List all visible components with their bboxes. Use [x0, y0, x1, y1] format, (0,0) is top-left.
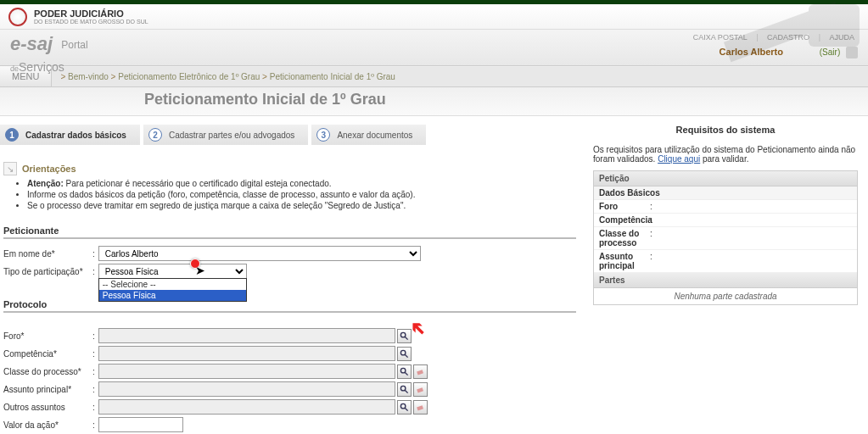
- select-em-nome[interactable]: Carlos Alberto: [98, 246, 421, 261]
- eraser-icon: [416, 385, 425, 394]
- label-tipo-part: Tipo de participação*: [3, 267, 92, 276]
- search-competencia-button[interactable]: [397, 347, 412, 361]
- svg-line-5: [405, 372, 407, 375]
- panel-partes-empty: Nenhuma parte cadastrada: [594, 288, 857, 304]
- dropdown-tipo-participacao[interactable]: -- Selecione -- Pessoa Física: [98, 278, 247, 302]
- step-3[interactable]: 3Anexar documentos: [311, 125, 426, 145]
- dropdown-option-pessoa-fisica[interactable]: Pessoa Física: [99, 290, 246, 301]
- select-tipo-participacao[interactable]: Pessoa Física: [98, 264, 247, 279]
- svg-point-4: [400, 368, 406, 373]
- svg-rect-12: [417, 405, 423, 410]
- org-subtitle: DO ESTADO DE MATO GROSSO DO SUL: [34, 19, 148, 25]
- crumb-1[interactable]: Peticionamento Eletrônico de 1º Grau: [118, 72, 260, 81]
- label-competencia: Competência*: [3, 349, 92, 359]
- svg-point-0: [400, 332, 406, 337]
- orient-list: Atenção: Para peticionar é necessário qu…: [3, 175, 576, 215]
- search-icon: [400, 367, 409, 376]
- label-valor: Valor da ação*: [3, 420, 92, 430]
- crest-icon: [8, 8, 27, 26]
- side-title: Requisitos do sistema: [593, 125, 858, 135]
- step-1[interactable]: 1Cadastrar dados básicos: [0, 125, 140, 145]
- clear-assunto-button[interactable]: [413, 382, 428, 397]
- label-assunto: Assunto principal*: [3, 385, 92, 394]
- gavel-background-icon: [715, 0, 868, 72]
- input-foro[interactable]: [98, 328, 395, 343]
- input-competencia[interactable]: [98, 346, 395, 361]
- org-title: PODER JUDICIÁRIO: [34, 8, 124, 19]
- label-em-nome: Em nome de*: [3, 249, 92, 259]
- search-icon: [400, 385, 409, 394]
- search-outros-button[interactable]: [397, 400, 412, 415]
- clear-outros-button[interactable]: [413, 400, 428, 415]
- label-foro: Foro*: [3, 331, 92, 341]
- input-valor[interactable]: [98, 417, 183, 432]
- svg-line-3: [405, 354, 407, 357]
- input-assunto[interactable]: [98, 381, 395, 397]
- link-clique-aqui[interactable]: Clique aqui: [658, 154, 700, 164]
- search-foro-button[interactable]: [397, 329, 412, 343]
- eraser-icon: [416, 403, 425, 412]
- label-classe: Classe do processo*: [3, 367, 92, 376]
- clear-classe-button[interactable]: [413, 364, 428, 379]
- svg-rect-6: [417, 370, 423, 375]
- svg-point-2: [400, 350, 406, 355]
- side-requisitos-text: Os requisitos para utilização do sistema…: [593, 145, 858, 164]
- svg-point-7: [400, 386, 406, 391]
- svg-rect-9: [417, 387, 423, 392]
- search-assunto-button[interactable]: [397, 382, 412, 397]
- search-classe-button[interactable]: [397, 364, 412, 379]
- panel-header-partes: Partes: [594, 273, 857, 288]
- label-outros: Outros assuntos: [3, 403, 92, 412]
- svg-line-11: [405, 408, 407, 410]
- input-classe[interactable]: [98, 364, 395, 379]
- wizard-steps: 1Cadastrar dados básicos 2Cadastrar part…: [3, 125, 576, 145]
- portal-header: e-saj PortaldeServiços CAIXA POSTAL | CA…: [0, 30, 868, 65]
- orient-collapse-icon[interactable]: ↘: [3, 162, 17, 175]
- dropdown-option-selecione[interactable]: -- Selecione --: [99, 279, 246, 290]
- panel-sub-dados: Dados Básicos: [594, 186, 857, 200]
- section-protocolo: Protocolo: [3, 299, 576, 313]
- search-icon: [400, 331, 409, 341]
- panel-header-peticao: Petição: [594, 171, 857, 186]
- esaj-logo: e-saj PortaldeServiços: [10, 33, 88, 77]
- cursor-icon: ➤: [195, 264, 205, 277]
- step-2[interactable]: 2Cadastrar partes e/ou advogados: [143, 125, 308, 145]
- section-peticionante: Peticionante: [3, 225, 576, 239]
- crumb-2: Peticionamento Inicial de 1º Grau: [270, 72, 395, 81]
- svg-point-10: [400, 403, 406, 409]
- svg-line-1: [405, 337, 407, 339]
- search-icon: [400, 349, 409, 359]
- svg-line-8: [405, 390, 407, 392]
- search-icon: [400, 403, 409, 412]
- eraser-icon: [416, 367, 425, 376]
- input-outros[interactable]: [98, 399, 395, 415]
- orient-title: Orientações: [22, 164, 76, 174]
- page-title: Peticionamento Inicial de 1º Grau: [144, 91, 868, 108]
- side-panel: Petição Dados Básicos Foro: Competência:…: [593, 170, 858, 305]
